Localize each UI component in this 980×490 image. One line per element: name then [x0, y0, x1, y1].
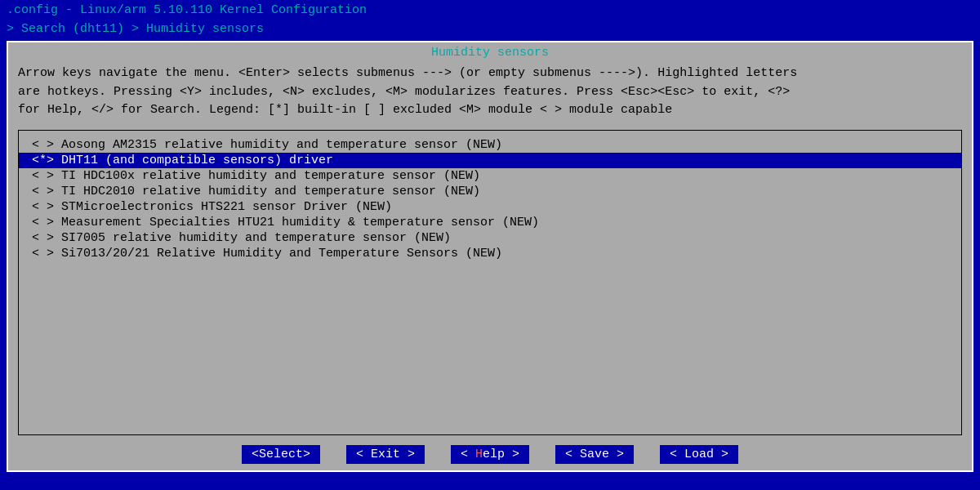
- menu-label-hdc2010: TI HDC2010 relative humidity and tempera…: [54, 185, 480, 198]
- menu-item-aosong[interactable]: < > Aosong AM2315 relative humidity and …: [19, 137, 961, 153]
- menu-item-hdc100x[interactable]: < > TI HDC100x relative humidity and tem…: [19, 168, 961, 184]
- menu-label-si7005: SI7005 relative humidity and temperature…: [54, 231, 451, 245]
- main-window: Humidity sensors Arrow keys navigate the…: [7, 41, 973, 472]
- window-title: Humidity sensors: [8, 42, 972, 61]
- menu-marker-hdc2010: < >: [32, 185, 54, 198]
- menu-marker-dht11: <*>: [32, 154, 54, 167]
- menu-label-aosong: Aosong AM2315 relative humidity and temp…: [54, 138, 502, 152]
- help-label2: elp >: [483, 448, 519, 461]
- menu-marker-hdc100x: < >: [32, 169, 54, 183]
- terminal: .config - Linux/arm 5.10.110 Kernel Conf…: [0, 0, 980, 490]
- menu-marker-si7013: < >: [32, 247, 54, 261]
- menu-label-si7013: Si7013/20/21 Relative Humidity and Tempe…: [54, 247, 502, 261]
- menu-label-hdc100x: TI HDC100x relative humidity and tempera…: [54, 169, 480, 183]
- menu-label-dht11: DHT11 (and compatible sensors) driver: [54, 154, 333, 167]
- menu-item-hdc2010[interactable]: < > TI HDC2010 relative humidity and tem…: [19, 184, 961, 199]
- help-label: <: [461, 448, 475, 461]
- load-button[interactable]: < Load >: [660, 445, 738, 464]
- help-text: Arrow keys navigate the menu. <Enter> se…: [8, 61, 972, 127]
- menu-item-si7005[interactable]: < > SI7005 relative humidity and tempera…: [19, 230, 961, 246]
- title-bar: .config - Linux/arm 5.10.110 Kernel Conf…: [0, 0, 980, 20]
- save-button[interactable]: < Save >: [555, 445, 634, 464]
- menu-marker-hts221: < >: [32, 200, 54, 214]
- button-bar: <Select> < Exit > < Help > < Save > < Lo…: [8, 439, 972, 470]
- help-line-2: are hotkeys. Pressing <Y> includes, <N> …: [18, 83, 962, 102]
- window-title-text: Humidity sensors: [431, 46, 549, 60]
- help-hotkey: H: [475, 448, 483, 461]
- title-text: .config - Linux/arm 5.10.110 Kernel Conf…: [7, 3, 367, 17]
- bottom-bar: [0, 475, 980, 490]
- exit-button[interactable]: < Exit >: [346, 445, 425, 464]
- menu-label-hts221: STMicroelectronics HTS221 sensor Driver …: [54, 200, 392, 214]
- menu-item-htu21[interactable]: < > Measurement Specialties HTU21 humidi…: [19, 215, 961, 230]
- menu-marker-si7005: < >: [32, 231, 54, 245]
- menu-marker-htu21: < >: [32, 216, 54, 229]
- help-line-3: for Help, </> for Search. Legend: [*] bu…: [18, 101, 962, 120]
- menu-item-hts221[interactable]: < > STMicroelectronics HTS221 sensor Dri…: [19, 199, 961, 215]
- menu-label-htu21: Measurement Specialties HTU21 humidity &…: [54, 216, 539, 229]
- help-line-1: Arrow keys navigate the menu. <Enter> se…: [18, 65, 962, 83]
- breadcrumb-text: > Search (dht11) > Humidity sensors: [7, 22, 264, 36]
- menu-item-si7013[interactable]: < > Si7013/20/21 Relative Humidity and T…: [19, 246, 961, 261]
- select-button[interactable]: <Select>: [242, 445, 320, 464]
- menu-area: < > Aosong AM2315 relative humidity and …: [18, 130, 962, 436]
- menu-item-dht11[interactable]: <*> DHT11 (and compatible sensors) drive…: [19, 153, 961, 168]
- menu-marker-aosong: < >: [32, 138, 54, 152]
- breadcrumb: > Search (dht11) > Humidity sensors: [0, 20, 980, 38]
- help-button[interactable]: < Help >: [451, 445, 529, 464]
